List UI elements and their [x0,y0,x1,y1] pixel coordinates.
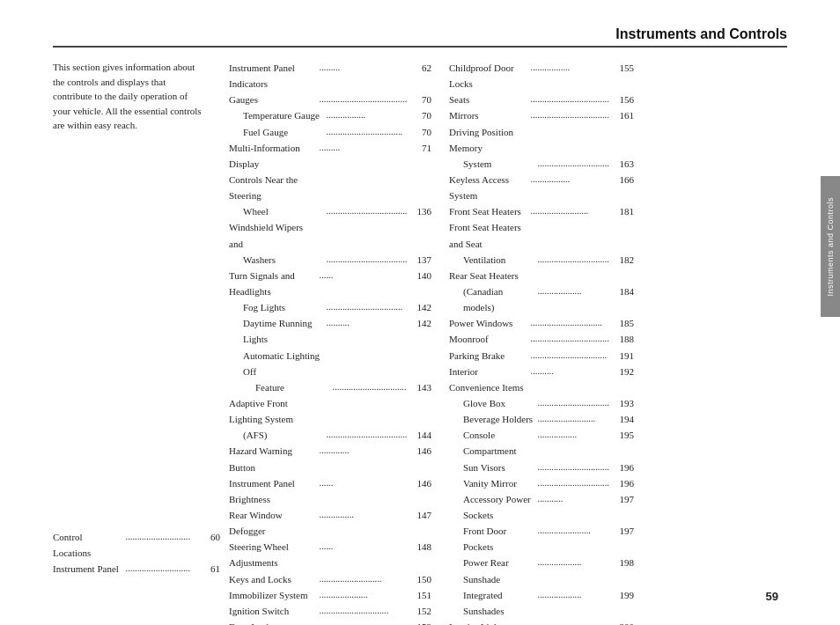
toc-dots [320,172,408,203]
toc-entry: Power Rear Sunshade...................19… [449,555,634,586]
toc-dots [320,395,408,427]
toc-entry: Controls Near the Steering [229,172,431,203]
toc-page: 161 [609,107,634,123]
toc-entry: Childproof Door Locks.................15… [449,60,634,92]
toc-dots: ......... [320,60,408,92]
content-area: This section gives information about the… [53,60,787,562]
toc-page [609,219,634,251]
toc-dots: ....................... [538,523,610,555]
toc-label: Sun Visors [449,460,538,475]
toc-dots: ........... [538,491,610,523]
toc-label: Temperature Gauge [229,107,327,123]
toc-entry: Ignition Switch.........................… [229,603,431,619]
toc-dots: ................................. [327,299,408,315]
toc-dots: ................................. [320,619,408,625]
bottom-left-entries: Control Locations.......................… [53,529,220,577]
toc-entry: Front Seat Heaters and Seat [449,219,634,251]
toc-entry: Instrument Panel Brightness......146 [229,475,431,507]
toc-entry: Keyless Access System.................16… [449,172,634,203]
toc-entry: Front Door Pockets......................… [449,523,634,555]
toc-page: 193 [609,395,634,411]
toc-label: Hazard Warning Button [229,443,320,474]
toc-page: 70 [407,92,431,107]
toc-dots: ................. [531,172,610,203]
page-number: 59 [766,590,778,603]
toc-label: Feature [229,379,333,395]
toc-entry: Fog Lights..............................… [229,299,431,315]
toc-label: Power Rear Sunshade [449,555,538,586]
toc-page: 156 [609,92,634,107]
toc-dots: ...... [320,268,408,299]
toc-entry: Beverage Holders........................… [449,411,634,427]
toc-entry: Door Locks..............................… [229,619,431,625]
toc-page: 155 [609,60,634,92]
toc-label: Parking Brake [449,348,531,364]
toc-entry: Parking Brake...........................… [449,348,634,364]
toc-page: 60 [195,529,220,561]
toc-page: 197 [609,491,634,523]
toc-page: 136 [407,203,431,219]
toc-page: 140 [407,268,431,299]
toc-page [609,268,634,283]
toc-entry: Feature.................................… [229,379,431,395]
toc-label: Front Seat Heaters [449,203,531,219]
toc-entry: Integrated Sunshades...................1… [449,587,634,619]
toc-dots: ...... [320,539,408,570]
toc-entry: Control Locations.......................… [53,529,220,561]
toc-dots: ........................................… [531,331,610,347]
toc-entry: (Canadian models)...................184 [449,283,634,315]
toc-entry: Steering Wheel Adjustments......148 [229,539,431,570]
toc-dots [531,219,610,251]
toc-dots: ................... [538,587,610,619]
page-container: Instruments and Controls Instruments and… [0,0,840,625]
toc-entry: Turn Signals and Headlights......140 [229,268,431,299]
toc-dots: ........................................… [320,92,408,107]
toc-entry: Console Compartment.................195 [449,427,634,459]
toc-dots: .......... [531,364,610,395]
toc-dots: ..................... [320,587,408,603]
toc-page: 142 [407,299,431,315]
toc-page: 191 [609,348,634,364]
toc-label: Power Windows [449,315,531,331]
toc-dots: ................. [538,427,610,459]
toc-label: Daytime Running Lights [229,315,327,347]
toc-page: 70 [407,107,431,123]
toc-dots [327,348,408,379]
toc-page: 142 [407,315,431,347]
toc-label: Interior Convenience Items [449,364,531,395]
toc-label: Front Seat Heaters and Seat [449,219,531,251]
toc-label: Keys and Locks [229,571,320,587]
toc-label: Mirrors [449,107,531,123]
toc-dots: ........................................… [327,427,408,443]
toc-page: 61 [195,561,220,577]
toc-entry: Front Seat Heaters......................… [449,203,634,219]
toc-page: 184 [609,283,634,315]
toc-entry: Interior Lights.........................… [449,619,634,625]
toc-page: 188 [609,331,634,347]
right-toc-column: Childproof Door Locks.................15… [440,60,643,562]
toc-label: Wheel [229,203,327,219]
toc-label: Fog Lights [229,299,327,315]
toc-page: 71 [407,140,431,172]
toc-page: 152 [407,603,431,619]
toc-dots: ............................ [126,561,196,577]
toc-entry: Washers.................................… [229,252,431,268]
toc-page: 151 [407,587,431,603]
toc-page: 197 [609,523,634,555]
toc-page [407,395,431,427]
toc-dots: ....................................... [538,156,610,172]
toc-page: 182 [609,252,634,268]
toc-label: Moonroof [449,331,531,347]
toc-label: Accessory Power Sockets [449,491,538,523]
toc-page: 196 [609,460,634,475]
toc-page: 199 [609,587,634,619]
toc-page: 70 [407,124,431,140]
toc-label: Glove Box [449,395,538,411]
toc-dots: ..................................... [538,395,610,411]
middle-toc-column: Instrument Panel Indicators.........62Ga… [220,60,440,562]
toc-entry: Interior Convenience Items..........192 [449,364,634,395]
toc-dots: .............................. [320,603,408,619]
toc-label: Ignition Switch [229,603,320,619]
toc-entry: Rear Window Defogger...............147 [229,507,431,539]
toc-entry: Keys and Locks..........................… [229,571,431,587]
